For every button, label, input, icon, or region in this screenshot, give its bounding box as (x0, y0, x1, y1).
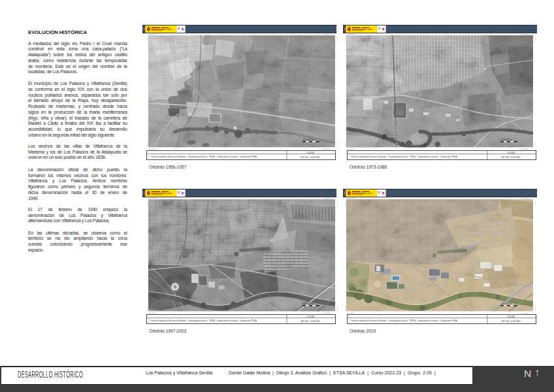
svg-text:1:24.938: 1:24.938 (306, 316, 314, 318)
svg-text:1:25.000 1 km: 1:25.000 1 km (303, 302, 314, 305)
svg-text:© Instituto Geográfico Naciona: © Instituto Geográfico Nacional de Españ… (149, 320, 257, 323)
svg-text:© Instituto Geográfico Naciona: © Instituto Geográfico Nacional de Españ… (350, 320, 457, 323)
svg-text:37°11'34"N: 37°11'34"N (347, 33, 355, 35)
svg-text:5°56'W: 5°56'W (344, 306, 346, 311)
svg-text:5°54'W: 5°54'W (534, 201, 536, 206)
svg-text:37°11'34"N: 37°11'34"N (521, 197, 529, 199)
svg-text:437.119 , 4.115.837: 437.119 , 4.115.837 (501, 320, 521, 323)
svg-text:37°11'34"N: 37°11'34"N (521, 33, 529, 35)
svg-text:5°56'W: 5°56'W (146, 201, 148, 206)
svg-text:5°54'W: 5°54'W (336, 306, 338, 311)
svg-text:1:25.000 1 km: 1:25.000 1 km (501, 139, 512, 141)
svg-text:37°11'34"N: 37°11'34"N (149, 33, 157, 35)
svg-text:437.119 , 4.115.837: 437.119 , 4.115.837 (301, 320, 320, 323)
svg-text:5°56'W: 5°56'W (344, 201, 346, 206)
svg-text:5°54'W: 5°54'W (336, 142, 338, 147)
svg-text:437.119 , 4.115.837: 437.119 , 4.115.837 (301, 156, 320, 159)
svg-text:1:25.000 1 km: 1:25.000 1 km (303, 139, 314, 141)
svg-text:437.119 , 4.115.837: 437.119 , 4.115.837 (501, 156, 521, 159)
svg-text:37°11'34"N: 37°11'34"N (347, 197, 355, 199)
svg-text:37°11'34"N: 37°11'34"N (323, 33, 331, 35)
svg-text:5°56'W: 5°56'W (146, 142, 148, 147)
svg-text:5°54'W: 5°54'W (336, 37, 338, 42)
svg-text:37°11'34"N: 37°11'34"N (323, 197, 331, 199)
svg-text:5°56'W: 5°56'W (344, 142, 346, 147)
svg-text:5°54'W: 5°54'W (534, 37, 536, 42)
svg-text:1:24.938: 1:24.938 (507, 152, 515, 154)
svg-text:5°56'W: 5°56'W (146, 37, 148, 42)
svg-text:1:25.000 1 km: 1:25.000 1 km (501, 302, 512, 305)
svg-text:37°11'34"N: 37°11'34"N (149, 197, 157, 199)
svg-text:1:24.938: 1:24.938 (306, 152, 314, 154)
svg-text:5°56'W: 5°56'W (344, 37, 346, 42)
svg-text:1:24.938: 1:24.938 (507, 316, 515, 318)
svg-text:© Instituto Geográfico Naciona: © Instituto Geográfico Nacional de Españ… (350, 155, 457, 158)
svg-text:5°54'W: 5°54'W (534, 306, 536, 311)
svg-text:© Instituto Geográfico Naciona: © Instituto Geográfico Nacional de Españ… (149, 155, 257, 158)
svg-text:5°54'W: 5°54'W (534, 142, 536, 147)
svg-text:5°54'W: 5°54'W (336, 201, 338, 206)
svg-text:5°56'W: 5°56'W (146, 306, 148, 311)
